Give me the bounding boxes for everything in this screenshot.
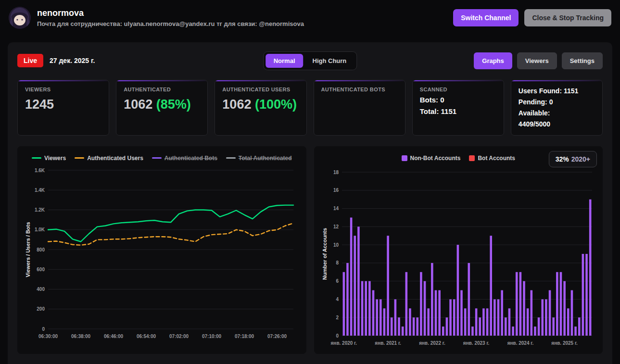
switch-channel-button[interactable]: Switch Channel (453, 9, 519, 26)
avatar (9, 7, 31, 29)
charts-row: ViewersAuthenticated UsersAuthenticated … (17, 146, 603, 354)
svg-text:янв. 2022 г.: янв. 2022 г. (419, 340, 445, 346)
svg-text:Number of Accounts: Number of Accounts (322, 228, 328, 280)
avatar-image (9, 7, 31, 29)
legend-swatch (226, 157, 236, 159)
channel-subtitle: Почта для сотрудничества: ulyana.nenormo… (37, 20, 304, 27)
svg-text:2: 2 (336, 314, 339, 320)
svg-text:10: 10 (333, 242, 339, 247)
pending-line: Pending: 0 (519, 98, 595, 107)
svg-text:07:02:00: 07:02:00 (169, 334, 189, 339)
stat-card-authenticated: AUTHENTICATED 1062 (85%) (116, 80, 208, 136)
stream-date: 27 дек. 2025 г. (50, 57, 95, 64)
stat-card-viewers: VIEWERS 1245 (17, 80, 109, 136)
legend-label: Total Authenticated (239, 155, 292, 162)
legend-swatch (75, 157, 84, 159)
mode-toggle: Normal High Churn (263, 51, 357, 70)
users-found-line: Users Found: 1151 (519, 87, 595, 96)
legend-item-total-authenticated[interactable]: Total Authenticated (226, 155, 292, 162)
svg-text:1.2K: 1.2K (35, 207, 45, 213)
line-chart[interactable]: 02004006008001.0K1.2K1.4K1.6K06:30:0006:… (24, 166, 299, 344)
svg-text:14: 14 (333, 206, 339, 211)
svg-text:07:18:00: 07:18:00 (235, 334, 254, 339)
legend-label: Viewers (44, 155, 66, 162)
svg-text:18: 18 (333, 169, 339, 175)
percent-2020-badge: 32%2020+ (549, 151, 597, 167)
scanned-bots-line: Bots: 0 (420, 96, 496, 104)
stat-card-scanned: SCANNED Bots: 0 Total: 1151 (412, 80, 504, 136)
settings-button[interactable]: Settings (562, 52, 603, 69)
svg-text:янв. 2024 г.: янв. 2024 г. (507, 340, 533, 346)
percent-2020-value: 32% (556, 155, 569, 163)
svg-text:06:54:00: 06:54:00 (137, 334, 156, 339)
svg-text:4: 4 (336, 297, 339, 302)
svg-text:06:46:00: 06:46:00 (104, 334, 123, 339)
channel-name: nenormova (37, 8, 304, 18)
stat-label-authenticated: AUTHENTICATED (124, 87, 200, 92)
mode-high-churn-button[interactable]: High Churn (304, 54, 355, 68)
controls-row: Live 27 дек. 2025 г. Normal High Churn G… (17, 51, 603, 70)
legend-label: Bot Accounts (478, 155, 515, 162)
bar-chart[interactable]: 024681012141618янв. 2020 г.янв. 2021 г.я… (321, 166, 596, 352)
legend-swatch (152, 157, 162, 159)
svg-text:6: 6 (336, 278, 339, 284)
svg-text:янв. 2020 г.: янв. 2020 г. (330, 340, 357, 346)
line-chart-legend: ViewersAuthenticated UsersAuthenticated … (24, 153, 300, 163)
stat-value-authenticated: 1062 (85%) (124, 97, 200, 112)
stat-label-authenticated-bots: AUTHENTICATED BOTS (321, 87, 398, 92)
available-label-line: Available: (519, 109, 595, 118)
legend-item-viewers[interactable]: Viewers (32, 155, 66, 162)
line-chart-panel: ViewersAuthenticated UsersAuthenticated … (17, 146, 306, 354)
authenticated-users-count: 1062 (222, 97, 251, 112)
stat-card-authenticated-users: AUTHENTICATED USERS 1062 (100%) (215, 80, 306, 136)
svg-text:07:10:00: 07:10:00 (202, 334, 221, 339)
stat-value-authenticated-users: 1062 (100%) (222, 97, 299, 112)
main-panel: Live 27 дек. 2025 г. Normal High Churn G… (8, 42, 612, 364)
svg-text:янв. 2021 г.: янв. 2021 г. (375, 340, 401, 346)
svg-text:1.6K: 1.6K (35, 167, 45, 173)
authenticated-users-percent: (100%) (255, 97, 297, 112)
graphs-button[interactable]: Graphs (474, 52, 512, 69)
header: nenormova Почта для сотрудничества: ulya… (0, 0, 620, 36)
legend-item-bot-accounts[interactable]: Bot Accounts (469, 155, 515, 162)
authenticated-percent: (85%) (156, 97, 191, 112)
svg-text:16: 16 (333, 188, 339, 193)
bar-chart-panel: Non-Bot AccountsBot Accounts 32%2020+ 02… (314, 146, 603, 354)
svg-text:0: 0 (336, 333, 339, 338)
svg-text:янв. 2025 г.: янв. 2025 г. (551, 340, 578, 346)
svg-text:8: 8 (336, 260, 339, 265)
svg-text:200: 200 (37, 306, 45, 312)
legend-swatch (469, 155, 475, 161)
viewers-button[interactable]: Viewers (517, 52, 557, 69)
svg-text:1.0K: 1.0K (35, 227, 45, 232)
legend-item-non-bot-accounts[interactable]: Non-Bot Accounts (402, 155, 461, 162)
svg-text:06:30:00: 06:30:00 (38, 334, 58, 339)
legend-swatch (402, 155, 407, 161)
legend-label: Authenticated Users (87, 155, 143, 162)
svg-text:800: 800 (37, 247, 45, 252)
authenticated-count: 1062 (124, 97, 152, 112)
view-buttons: Graphs Viewers Settings (474, 52, 603, 69)
stat-label-authenticated-users: AUTHENTICATED USERS (222, 87, 299, 92)
percent-2020-suffix: 2020+ (571, 155, 590, 163)
legend-label: Authenticated Bots (164, 155, 217, 162)
legend-label: Non-Bot Accounts (410, 155, 461, 162)
svg-text:Viewers / Users / Bots: Viewers / Users / Bots (25, 222, 31, 277)
svg-text:12: 12 (333, 224, 339, 229)
stats-row: VIEWERS 1245 AUTHENTICATED 1062 (85%) AU… (17, 80, 603, 136)
legend-item-authenticated-bots[interactable]: Authenticated Bots (152, 155, 217, 162)
stat-card-summary: Users Found: 1151 Pending: 0 Available: … (511, 80, 603, 136)
close-stop-tracking-button[interactable]: Close & Stop Tracking (524, 9, 611, 26)
svg-text:400: 400 (37, 287, 45, 292)
stat-label-scanned: SCANNED (420, 87, 496, 92)
svg-text:07:26:00: 07:26:00 (267, 334, 287, 339)
legend-item-authenticated-users[interactable]: Authenticated Users (75, 155, 143, 162)
svg-text:06:38:00: 06:38:00 (71, 334, 90, 339)
svg-text:600: 600 (37, 266, 45, 272)
stat-label-viewers: VIEWERS (25, 87, 101, 92)
mode-normal-button[interactable]: Normal (266, 54, 304, 68)
legend-swatch (32, 157, 41, 159)
live-badge: Live (17, 54, 43, 67)
svg-text:1.4K: 1.4K (35, 187, 45, 192)
available-value-line: 4409/5000 (519, 120, 595, 129)
